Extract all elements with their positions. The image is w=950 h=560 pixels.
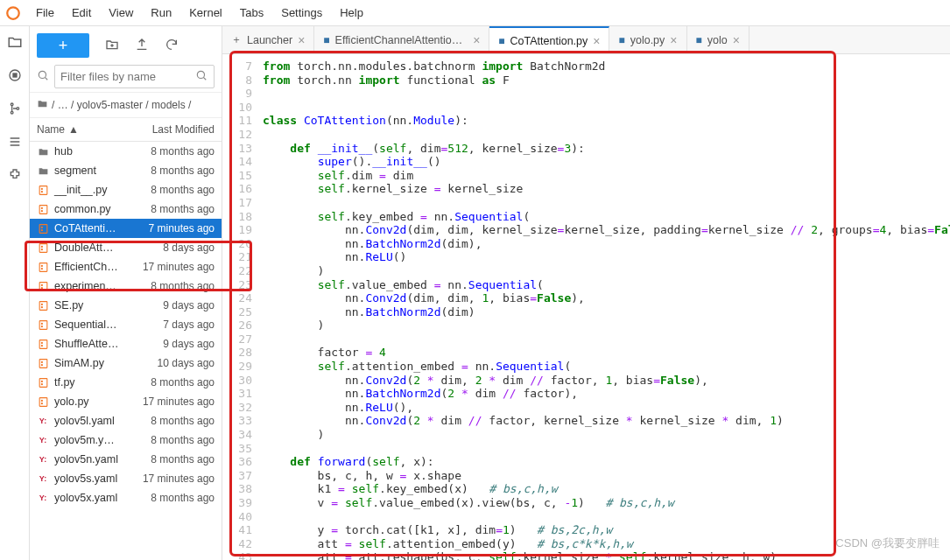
svg-rect-41: [39, 397, 47, 406]
file-row[interactable]: Y:yolov5s.yaml17 minutes ago: [30, 469, 222, 488]
svg-point-9: [41, 188, 42, 189]
file-row[interactable]: EfficientCh…17 minutes ago: [30, 257, 222, 276]
file-row[interactable]: Y:yolov5m.y…8 months ago: [30, 430, 222, 450]
file-row[interactable]: segment8 months ago: [30, 161, 222, 180]
menu-view[interactable]: View: [100, 3, 142, 23]
col-name[interactable]: Name: [37, 123, 65, 136]
svg-rect-26: [39, 301, 47, 310]
close-icon[interactable]: ×: [473, 33, 480, 47]
svg-point-27: [41, 304, 42, 304]
file-row[interactable]: Y:yolov5n.yaml8 months ago: [30, 450, 222, 469]
new-launcher-button[interactable]: +: [37, 33, 89, 58]
code-body[interactable]: from torch.nn.modules.batchnorm import B…: [259, 54, 950, 560]
svg-point-4: [11, 111, 13, 114]
svg-point-31: [41, 326, 42, 326]
svg-point-37: [41, 364, 42, 365]
svg-rect-38: [39, 378, 47, 387]
file-row[interactable]: experimen…8 months ago: [30, 276, 222, 296]
svg-point-19: [41, 248, 42, 249]
file-row[interactable]: yolo.py17 minutes ago: [30, 392, 222, 411]
toc-icon[interactable]: [6, 133, 24, 150]
file-list: hub8 months agosegment8 months ago__init…: [30, 142, 222, 560]
svg-point-22: [41, 268, 42, 269]
breadcrumb[interactable]: / … / yolov5-master / models /: [30, 92, 222, 118]
close-icon[interactable]: ×: [733, 33, 740, 47]
file-row[interactable]: hub8 months ago: [30, 142, 222, 161]
filter-icon: [37, 69, 49, 84]
new-folder-icon[interactable]: [105, 38, 119, 54]
svg-rect-29: [39, 320, 47, 329]
sort-asc-icon: ▲: [68, 123, 79, 136]
svg-rect-11: [39, 205, 47, 214]
svg-point-16: [41, 229, 42, 230]
file-row[interactable]: Y:yolov5x.yaml8 months ago: [30, 488, 222, 508]
svg-point-42: [41, 400, 42, 401]
python-icon: ■: [696, 34, 702, 46]
svg-point-40: [41, 383, 42, 384]
activity-bar: [0, 26, 30, 560]
tab-launcher[interactable]: ＋Launcher×: [222, 26, 314, 53]
file-row[interactable]: common.py8 months ago: [30, 200, 222, 219]
svg-point-21: [41, 265, 42, 266]
menu-file[interactable]: File: [27, 3, 63, 23]
editor-area: ＋Launcher×■EfficientChannelAttention.py×…: [222, 26, 950, 560]
menu-bar: FileEditViewRunKernelTabsSettingsHelp: [0, 0, 950, 26]
svg-point-13: [41, 210, 42, 211]
menu-kernel[interactable]: Kernel: [180, 3, 231, 23]
svg-rect-20: [39, 262, 47, 271]
file-row[interactable]: __init__.py8 months ago: [30, 180, 222, 200]
plus-icon: ＋: [231, 32, 242, 47]
file-list-header: Name ▲ Last Modified: [30, 118, 222, 142]
svg-point-18: [41, 246, 42, 247]
tab-yolo-py[interactable]: ■yolo.py×: [609, 26, 686, 53]
file-row[interactable]: SE.py9 days ago: [30, 296, 222, 315]
menu-help[interactable]: Help: [331, 3, 372, 23]
svg-point-0: [7, 7, 19, 19]
running-icon[interactable]: [6, 66, 24, 84]
svg-rect-35: [39, 359, 47, 368]
menu-edit[interactable]: Edit: [63, 3, 100, 23]
upload-icon[interactable]: [135, 38, 149, 54]
menu-run[interactable]: Run: [142, 3, 180, 23]
python-icon: ■: [498, 35, 504, 47]
svg-point-34: [41, 345, 42, 346]
filter-input[interactable]: [54, 65, 215, 88]
folder-icon[interactable]: [6, 33, 24, 51]
close-icon[interactable]: ×: [670, 33, 677, 47]
svg-point-6: [39, 71, 46, 78]
file-row[interactable]: tf.py8 months ago: [30, 373, 222, 392]
close-icon[interactable]: ×: [593, 34, 600, 48]
menu-settings[interactable]: Settings: [272, 3, 331, 23]
watermark: CSDN @我要变胖哇: [835, 536, 939, 551]
file-row[interactable]: CoTAttenti…7 minutes ago: [30, 219, 222, 238]
file-row[interactable]: Y:yolov5l.yaml8 months ago: [30, 411, 222, 430]
menu-tabs[interactable]: Tabs: [231, 3, 272, 23]
svg-rect-32: [39, 340, 47, 348]
code-editor[interactable]: 7891011121314151617181920212223242526272…: [222, 54, 950, 560]
file-toolbar: +: [30, 26, 222, 65]
file-browser: + / … / yolov5-master / models / Name ▲ …: [30, 26, 222, 560]
python-icon: ■: [618, 34, 624, 46]
file-row[interactable]: Sequential…7 days ago: [30, 315, 222, 334]
svg-rect-8: [39, 186, 47, 194]
line-gutter: 7891011121314151617181920212223242526272…: [222, 54, 259, 560]
file-row[interactable]: ShuffleAtte…9 days ago: [30, 334, 222, 354]
tab-cotattention-py[interactable]: ■CoTAttention.py×: [489, 26, 609, 53]
svg-point-5: [17, 108, 19, 110]
tab-efficientchannelattention-py[interactable]: ■EfficientChannelAttention.py×: [314, 26, 489, 53]
file-row[interactable]: DoubleAtt…8 days ago: [30, 238, 222, 257]
svg-point-30: [41, 323, 42, 324]
filter-row: [30, 65, 222, 92]
refresh-icon[interactable]: [165, 38, 179, 54]
col-modified[interactable]: Last Modified: [152, 123, 215, 136]
svg-point-39: [41, 381, 42, 382]
svg-point-28: [41, 306, 42, 307]
close-icon[interactable]: ×: [298, 33, 305, 47]
git-icon[interactable]: [6, 100, 24, 117]
svg-rect-17: [39, 243, 47, 252]
tab-yolo[interactable]: ■yolo×: [687, 26, 749, 53]
svg-rect-23: [39, 282, 47, 290]
file-row[interactable]: SimAM.py10 days ago: [30, 354, 222, 373]
extensions-icon[interactable]: [6, 166, 24, 184]
svg-point-24: [41, 284, 42, 285]
